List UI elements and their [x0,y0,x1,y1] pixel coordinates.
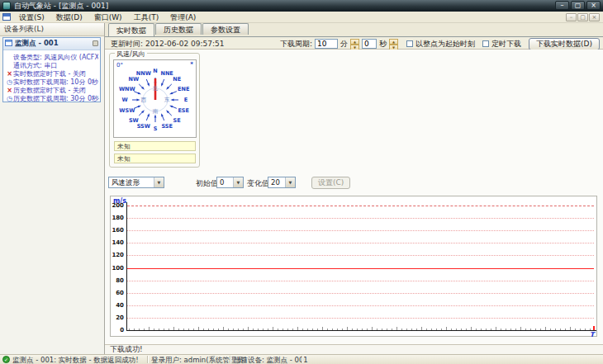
device-info-text: 实时数据下载周期: 10分 0秒 [13,78,98,86]
menu-item-window[interactable]: 窗口(W) [88,12,128,23]
mdi-system-icon[interactable] [2,13,11,21]
compass-direction-label: SSE [161,123,173,130]
app-icon [2,2,11,10]
x-minor-tick [545,327,546,330]
chevron-down-icon: ▼ [233,177,243,187]
chevron-down-icon: ▼ [285,177,295,187]
close-button[interactable]: × [586,1,601,10]
sidebar-header: 设备列表(L) [0,23,104,36]
h-gridline [127,206,594,206]
x-minor-tick [570,327,571,330]
x-minor-tick [387,329,387,330]
device-info-text: 设备类型: 风速风向仪 (ACFX-4) [13,53,98,61]
x-minor-tick [218,329,219,330]
minutes-spinner[interactable]: ▲▼ [350,39,359,49]
menu-item-settings[interactable]: 设置(S) [13,12,50,23]
status-ok-icon: ✓ [2,356,10,363]
download-status-row: 下载成功! [105,344,603,354]
download-status-text: 下载成功! [110,345,143,353]
x-minor-tick [223,327,224,330]
status-x-icon: × [6,70,13,78]
y-tick-label: 80 [111,277,124,284]
timed-download-label: 定时下载 [491,39,521,50]
wind-groupbox: 风速/风向 0° * NNNENEENEEESESESSESSSWSWWSWWW… [109,53,200,168]
update-time: 更新时间: 2012-06-02 09:57:51 [111,39,225,50]
compass-direction-label: S [154,125,158,132]
x-minor-tick [406,329,407,330]
menu-item-data[interactable]: 数据(D) [50,12,88,23]
x-minor-tick [233,329,234,330]
y-axis-line [126,202,127,330]
reference-line [127,268,594,269]
change-value-select[interactable]: 20 ▼ [268,177,296,188]
compass-cn-label: 西 [141,97,147,104]
update-time-label: 更新时间: [111,40,143,48]
device-icon [5,40,12,46]
device-panel[interactable]: 监测点 - 001 设备类型: 风速风向仪 (ACFX-4)通讯方式: 串口×实… [2,37,101,102]
compass-direction-label: SW [129,117,139,124]
x-minor-tick [431,329,432,330]
mdi-close-button[interactable]: × [589,13,600,21]
waveform-select[interactable]: 风速波形 ▼ [108,177,164,188]
download-realtime-button[interactable]: 下载实时数据(D) [529,38,600,50]
x-minor-tick [253,329,254,330]
tab-param-settings[interactable]: 参数设置 [202,23,249,35]
minutes-input[interactable] [315,39,338,49]
x-minor-tick [471,327,472,330]
y-tick-label: 0 [111,327,124,333]
x-minor-tick [292,329,293,330]
x-minor-tick [178,329,179,330]
x-minor-tick [367,329,368,330]
window-title: 自动气象站 - [监测点 - 001] [14,1,108,12]
x-minor-tick [258,329,259,330]
menu-item-tools[interactable]: 工具(T) [128,12,165,23]
x-minor-tick [461,329,462,330]
status-bar: ✓ 监测点 - 001: 实时数据 - 数据返回成功! 登录用户: admin(… [0,354,603,364]
x-minor-tick [287,329,288,330]
y-tick-label: 200 [111,202,124,209]
mdi-minimize-button[interactable]: – [566,13,577,21]
compass-direction-label: SSW [137,123,150,130]
align-to-hour-checkbox[interactable] [406,40,413,47]
x-minor-tick [515,329,516,330]
h-gridline [127,255,594,256]
seconds-input[interactable] [362,39,377,49]
device-panel-title: 监测点 - 001 [15,39,59,49]
x-minor-tick [446,327,447,330]
x-minor-tick [565,329,566,330]
x-minor-tick [317,329,318,330]
x-minor-tick [426,329,427,330]
x-minor-tick [535,329,536,330]
x-minor-tick [486,329,487,330]
seconds-spinner[interactable]: ▲▼ [389,39,398,49]
menu-item-admin[interactable]: 管理(A) [164,12,202,23]
timed-download-checkbox[interactable] [482,40,489,47]
login-user: 登录用户: admin(系统管理员) [151,356,246,364]
y-tick-label: 60 [111,290,124,296]
tab-history-data[interactable]: 历史数据 [155,23,202,35]
pin-icon[interactable] [93,40,98,46]
current-device: 当前设备: 监测点 - 001 [234,356,308,364]
minimize-button[interactable]: – [555,1,569,10]
x-minor-tick [337,329,338,330]
x-minor-tick [198,327,199,330]
initial-value-select[interactable]: 0 ▼ [216,177,244,188]
align-to-hour-label: 以整点为起始时刻 [415,39,475,50]
compass-direction-label: NNE [160,70,173,77]
x-minor-tick [183,329,184,330]
x-minor-tick [580,329,581,330]
x-end-marker [593,326,595,330]
resize-grip-icon[interactable] [94,96,99,101]
device-panel-header[interactable]: 监测点 - 001 [3,38,100,50]
mdi-restore-button[interactable]: ▢ [577,13,588,21]
maximize-button[interactable]: ▢ [571,1,585,10]
tab-realtime-data[interactable]: 实时数据 [108,23,154,36]
x-minor-tick [188,329,189,330]
x-minor-tick [283,329,283,330]
x-minor-tick [228,329,229,330]
chart-settings-button[interactable]: 设置(C) [311,177,350,189]
compass-direction-label: NW [129,76,140,83]
chevron-down-icon: ▼ [154,177,164,187]
x-minor-tick [411,329,412,330]
wind-value-field-2: 未知 [114,154,196,163]
